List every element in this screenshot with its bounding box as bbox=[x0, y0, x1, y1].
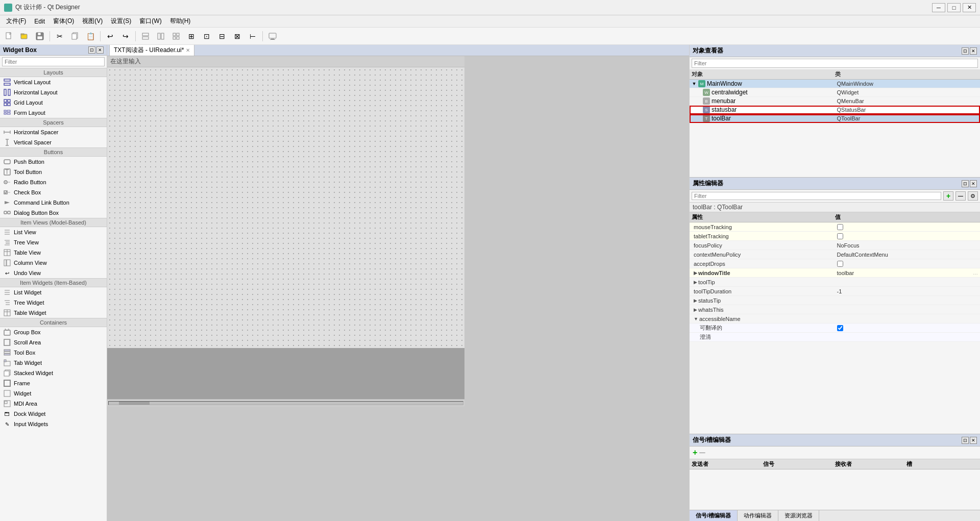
expand-arrow-statustip[interactable]: ▶ bbox=[694, 298, 697, 303]
close-button[interactable]: ✕ bbox=[963, 3, 976, 12]
expand-arrow-accessiblename[interactable]: ▼ bbox=[694, 316, 698, 321]
prop-row-contextmenupolicy[interactable]: contextMenuPolicy DefaultContextMenu bbox=[690, 250, 980, 259]
prop-checkbox-mousetracking[interactable] bbox=[837, 224, 843, 230]
widget-item-widget[interactable]: Widget bbox=[0, 388, 107, 399]
obj-row-toolbar[interactable]: T toolBar QToolBar bbox=[690, 114, 980, 123]
property-editor-close-btn[interactable]: ✕ bbox=[970, 180, 977, 187]
signal-editor-close-btn[interactable]: ✕ bbox=[970, 437, 977, 444]
property-filter-input[interactable] bbox=[692, 192, 941, 200]
obj-row-statusbar[interactable]: S statusbar QStatusBar bbox=[690, 106, 980, 114]
prop-row-tooltip[interactable]: ▶ toolTip bbox=[690, 278, 980, 287]
widget-item-stacked-widget[interactable]: Stacked Widget bbox=[0, 368, 107, 378]
widget-item-check-box[interactable]: Check Box bbox=[0, 187, 107, 197]
tb-copy[interactable] bbox=[68, 30, 82, 43]
signal-del-btn[interactable]: ─ bbox=[699, 448, 705, 457]
expand-icon-mainwindow[interactable]: ▼ bbox=[692, 81, 697, 86]
section-layouts[interactable]: Layouts bbox=[0, 68, 107, 77]
prop-row-whatsthis[interactable]: ▶ whatsThis bbox=[690, 305, 980, 314]
prop-windowtitle-edit-btn[interactable]: … bbox=[973, 270, 978, 276]
widget-item-push-button[interactable]: Push Button bbox=[0, 157, 107, 167]
widget-item-scroll-area[interactable]: Scroll Area bbox=[0, 337, 107, 348]
section-spacers[interactable]: Spacers bbox=[0, 118, 107, 127]
scrollbar-thumb[interactable] bbox=[119, 402, 150, 405]
tb-layout4[interactable]: ⊞ bbox=[184, 30, 199, 43]
prop-checkbox-translatable[interactable] bbox=[837, 325, 843, 331]
prop-add-btn[interactable]: + bbox=[943, 191, 953, 201]
minimize-button[interactable]: ─ bbox=[932, 3, 945, 12]
widget-item-horizontal-spacer[interactable]: Horizontal Spacer bbox=[0, 127, 107, 137]
prop-settings-btn[interactable]: ⚙ bbox=[968, 191, 978, 201]
widget-item-horizontal-layout[interactable]: Horizontal Layout bbox=[0, 87, 107, 97]
object-inspector-filter-input[interactable] bbox=[692, 59, 978, 68]
menu-file[interactable]: 文件(F) bbox=[2, 16, 30, 27]
widget-item-command-link-button[interactable]: Command Link Button bbox=[0, 197, 107, 208]
widget-item-dialog-button-box[interactable]: Dialog Button Box bbox=[0, 208, 107, 218]
prop-minus-btn[interactable]: ─ bbox=[955, 191, 966, 201]
widget-item-grid-layout[interactable]: Grid Layout bbox=[0, 97, 107, 108]
tb-cut[interactable]: ✂ bbox=[53, 30, 67, 43]
tb-open[interactable] bbox=[17, 30, 32, 43]
canvas-main-area[interactable] bbox=[107, 67, 464, 348]
widget-item-input-widgets[interactable]: ✎ Input Widgets bbox=[0, 419, 107, 429]
menu-edit[interactable]: Edit bbox=[30, 17, 49, 26]
widget-item-frame[interactable]: Frame bbox=[0, 378, 107, 388]
tb-layout7[interactable]: ⊠ bbox=[230, 30, 244, 43]
menu-form[interactable]: 窗体(O) bbox=[49, 16, 78, 27]
tb-layout6[interactable]: ⊟ bbox=[215, 30, 229, 43]
widget-item-tool-box[interactable]: Tool Box bbox=[0, 348, 107, 358]
menu-settings[interactable]: 设置(S) bbox=[107, 16, 135, 27]
designer-tab-main[interactable]: TXT阅读器 - UIReader.ui* ✕ bbox=[109, 45, 194, 56]
widget-item-tool-button[interactable]: T Tool Button bbox=[0, 167, 107, 177]
widget-item-vertical-layout[interactable]: Vertical Layout bbox=[0, 77, 107, 87]
widget-item-tree-view[interactable]: Tree View bbox=[0, 237, 107, 247]
signal-tab-resources[interactable]: 资源浏览器 bbox=[778, 510, 819, 521]
signal-tab-actions[interactable]: 动作编辑器 bbox=[738, 510, 778, 521]
widget-item-vertical-spacer[interactable]: Vertical Spacer bbox=[0, 137, 107, 147]
prop-row-tablettracking[interactable]: tabletTracking bbox=[690, 232, 980, 241]
prop-row-focuspolicy[interactable]: focusPolicy NoFocus bbox=[690, 241, 980, 250]
tb-layout8[interactable]: ⊢ bbox=[246, 30, 260, 43]
signal-tab-sigslot[interactable]: 信号/槽编辑器 bbox=[690, 510, 738, 521]
prop-row-translatable[interactable]: 可翻译的 bbox=[690, 324, 980, 333]
obj-row-centralwidget[interactable]: W centralwidget QWidget bbox=[690, 88, 980, 97]
tb-layout5[interactable]: ⊡ bbox=[200, 30, 214, 43]
scrollbar-track[interactable] bbox=[108, 401, 463, 405]
expand-arrow-windowtitle[interactable]: ▶ bbox=[694, 270, 697, 276]
prop-row-accessiblename[interactable]: ▼ accessibleName bbox=[690, 314, 980, 324]
menu-view[interactable]: 视图(V) bbox=[78, 16, 107, 27]
widget-item-table-widget[interactable]: Table Widget bbox=[0, 308, 107, 318]
menu-help[interactable]: 帮助(H) bbox=[166, 16, 195, 27]
widget-item-tab-widget[interactable]: Tab Widget bbox=[0, 358, 107, 368]
prop-checkbox-acceptdrops[interactable] bbox=[837, 261, 843, 267]
prop-row-tooltipduration[interactable]: toolTipDuration -1 bbox=[690, 287, 980, 296]
tb-save[interactable] bbox=[33, 30, 47, 43]
obj-row-menubar[interactable]: B menubar QMenuBar bbox=[690, 97, 980, 106]
expand-arrow-whatsthis[interactable]: ▶ bbox=[694, 307, 697, 312]
property-editor-float-btn[interactable]: ⊡ bbox=[962, 180, 969, 187]
widget-box-filter-input[interactable] bbox=[2, 57, 105, 66]
maximize-button[interactable]: □ bbox=[947, 3, 961, 12]
tb-redo[interactable]: ↪ bbox=[118, 30, 133, 43]
widget-item-radio-button[interactable]: Radio Button bbox=[0, 177, 107, 187]
widget-item-form-layout[interactable]: Form Layout bbox=[0, 108, 107, 118]
prop-row-windowtitle[interactable]: ▶ windowTitle toolbar … bbox=[690, 268, 980, 278]
object-inspector-close-btn[interactable]: ✕ bbox=[970, 47, 977, 55]
section-item-widgets[interactable]: Item Widgets (Item-Based) bbox=[0, 278, 107, 287]
signal-add-btn[interactable]: + bbox=[693, 448, 697, 457]
section-buttons[interactable]: Buttons bbox=[0, 147, 107, 157]
section-item-views[interactable]: Item Views (Model-Based) bbox=[0, 218, 107, 227]
prop-row-disambiguation[interactable]: 澄清 bbox=[690, 333, 980, 342]
object-inspector-float-btn[interactable]: ⊡ bbox=[962, 47, 969, 55]
design-canvas-scroll[interactable]: 在这里输入 bbox=[107, 56, 689, 521]
widget-item-undo-view[interactable]: ↩ Undo View bbox=[0, 268, 107, 278]
widget-item-table-view[interactable]: Table View bbox=[0, 247, 107, 258]
widget-item-tree-widget[interactable]: Tree Widget bbox=[0, 297, 107, 308]
tb-layout2[interactable] bbox=[154, 30, 168, 43]
prop-row-acceptdrops[interactable]: acceptDrops bbox=[690, 259, 980, 268]
menu-window[interactable]: 窗口(W) bbox=[135, 16, 165, 27]
expand-arrow-tooltip[interactable]: ▶ bbox=[694, 280, 697, 285]
tb-layout1[interactable] bbox=[138, 30, 153, 43]
tb-new[interactable] bbox=[2, 30, 16, 43]
widget-item-list-widget[interactable]: List Widget bbox=[0, 287, 107, 297]
widget-box-close-btn[interactable]: ✕ bbox=[96, 46, 104, 54]
